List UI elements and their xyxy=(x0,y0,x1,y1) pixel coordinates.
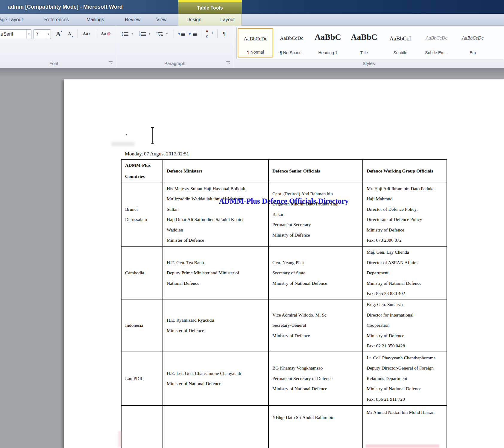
grow-font-button[interactable]: A▲ xyxy=(54,29,65,39)
context-tab-layout[interactable]: Layout xyxy=(220,14,235,26)
decrease-indent-button[interactable]: ◀ xyxy=(177,29,187,39)
multilevel-list-icon xyxy=(157,32,163,36)
cell-line: Relations Department xyxy=(367,373,444,384)
highlighted-text-fragment xyxy=(366,444,439,448)
cell-line: Begawan Mudim Dato Paduka Haji xyxy=(272,199,360,209)
chevron-down-icon: ▾ xyxy=(131,32,133,35)
style-nospacing[interactable]: AaBbCcDc¶ No Spaci... xyxy=(274,28,309,57)
style-title[interactable]: AaBbCTitle xyxy=(346,28,382,57)
cell-line: Ministry of Defence xyxy=(272,230,360,240)
cell-line: Fax: 673 2386 872 xyxy=(367,235,444,246)
numbering-button[interactable] xyxy=(138,29,147,39)
style-heading1[interactable]: AaBbCHeading 1 xyxy=(310,28,346,57)
table-tools-stripe xyxy=(178,0,242,2)
cell-line: Permanent Secretary of Defence xyxy=(272,373,360,384)
cell-line: His Majesty Sultan Haji Hassanal Bolkiah xyxy=(167,184,266,194)
cell-line: Director for International xyxy=(367,310,444,320)
shrink-font-icon: A xyxy=(68,31,71,37)
style-label: Em xyxy=(470,50,476,55)
cell-line: Director of Defence Policy, xyxy=(367,204,444,215)
ribbon-tab-mailings[interactable]: Mailings xyxy=(86,14,104,26)
senior-cell: Capt. (Retired) Abd Rahman binBegawan Mu… xyxy=(268,182,363,247)
chevron-down-icon[interactable]: ▾ xyxy=(46,30,51,39)
cell-line: Deputy Prime Minister and Minister of xyxy=(167,268,266,278)
pilcrow-icon: ¶ xyxy=(223,31,226,37)
font-name-combo[interactable]: uSerif ▾ xyxy=(0,29,31,39)
cell-line: Ministry of National Defence xyxy=(367,278,444,289)
divider xyxy=(174,29,174,38)
cell-line: H.E. Gen. Tea Banh xyxy=(167,258,266,268)
eraser-icon xyxy=(107,32,111,36)
numbered-list-icon xyxy=(139,32,146,36)
document-date-line: Monday, 07 August 2017 02:51 xyxy=(125,151,189,157)
clear-formatting-button[interactable]: Aa xyxy=(99,29,113,39)
font-dialog-launcher[interactable]: ↘ xyxy=(109,61,113,65)
cell-line: Lt. Col. Phavyvanh Chanthaphomma xyxy=(367,353,444,363)
ribbon-tab-view[interactable]: View xyxy=(156,14,166,26)
style-label: Title xyxy=(360,50,368,55)
cell-line: Gen. Neang Phat xyxy=(272,258,360,268)
cell-line: Mu’izzaddin Waddaulah ibni Al-Marhum xyxy=(167,194,266,204)
cell-line: Minister of Defence xyxy=(167,326,266,336)
country-cell: Cambodia xyxy=(121,247,163,299)
country-cell: BruneiDarussalam xyxy=(121,182,163,247)
multilevel-list-button[interactable] xyxy=(155,29,165,39)
style-label: Subtle Em... xyxy=(425,50,448,55)
style-emphasis[interactable]: AaBbCcDcEm xyxy=(455,28,491,57)
ribbon-tab-age-layout[interactable]: age Layout xyxy=(0,14,23,26)
table-row: YBhg. Dato Sri Abdul Rahim binMr Ahmad N… xyxy=(121,405,447,448)
decrease-indent-icon: ◀ xyxy=(178,32,186,36)
context-tab-design[interactable]: Design xyxy=(186,14,201,26)
cell-line: Brig. Gen. Sunaryo xyxy=(367,299,444,310)
numbering-dropdown[interactable]: ▾ xyxy=(147,29,151,39)
style-label: ¶ No Spaci... xyxy=(280,50,304,55)
cell-line: Cambodia xyxy=(125,268,160,278)
senior-cell: YBhg. Dato Sri Abdul Rahim bin xyxy=(268,405,363,448)
column-header: Defence Working Group Officials xyxy=(363,159,447,182)
styles-group: AaBbCcDc¶ NormalAaBbCcDc¶ No Spaci...AaB… xyxy=(233,26,504,68)
cell-line: Permanent Secretary xyxy=(272,220,360,230)
style-subtitle[interactable]: AaBbCcISubtitle xyxy=(382,28,418,57)
header-line: Defence Senior Officials xyxy=(272,165,360,176)
paragraph-dialog-launcher[interactable]: ↘ xyxy=(226,61,230,65)
chevron-down-icon[interactable]: ▾ xyxy=(26,30,31,39)
style-preview-text: AaBbCcDc xyxy=(419,35,454,41)
style-preview-text: AaBbCcDc xyxy=(455,35,491,41)
header-line: Countries xyxy=(125,171,160,182)
style-normal[interactable]: AaBbCcDc¶ Normal xyxy=(238,28,273,57)
bullets-dropdown[interactable]: ▾ xyxy=(130,29,134,39)
font-size-combo[interactable]: 7 ▾ xyxy=(34,29,51,39)
font-group: uSerif ▾ 7 ▾ A▲ A▼ Aa▾ Aa I U ▾ abe xyxy=(0,26,116,68)
divider xyxy=(77,29,78,38)
cell-line: Indonesia xyxy=(125,320,160,331)
change-case-button[interactable]: Aa▾ xyxy=(80,29,93,39)
style-preview-text: AaBbCcDc xyxy=(274,35,309,41)
cell-line: BG Khamsy Vongkhamsao xyxy=(272,363,360,373)
cell-line: Maj. Gen. Lay Chenda xyxy=(367,247,444,258)
cell-line: Vice Admiral Widodo, M. Sc xyxy=(272,310,360,320)
show-marks-button[interactable]: ¶ xyxy=(220,29,229,39)
font-group-label: Font xyxy=(0,61,108,66)
sort-button[interactable]: A Z ↓ xyxy=(204,29,215,39)
cell-line: Ministry of National Defence xyxy=(367,384,444,394)
column-header: ADMM-PlusCountries xyxy=(121,159,163,182)
cell-line: Darussalam xyxy=(125,214,160,225)
cell-line: Ministry of Defence xyxy=(272,331,360,341)
clear-formatting-icon: Aa xyxy=(101,31,106,37)
ministers-cell: H.E. Ryamizard RyacuduMinister of Defenc… xyxy=(163,299,268,352)
styles-group-label: Styles xyxy=(233,61,504,66)
increase-indent-icon: ▶ xyxy=(189,32,197,36)
shrink-font-button[interactable]: A▼ xyxy=(66,29,75,39)
bullets-button[interactable] xyxy=(120,29,130,39)
increase-indent-button[interactable]: ▶ xyxy=(188,29,198,39)
ribbon-tab-references[interactable]: References xyxy=(44,14,69,26)
ribbon-tab-review[interactable]: Review xyxy=(125,14,140,26)
style-label: Heading 1 xyxy=(318,50,338,55)
cell-line: Fax: 856 21 911 728 xyxy=(367,394,444,405)
multilevel-dropdown[interactable]: ▾ xyxy=(165,29,168,39)
cell-line: Haji Omar Ali Saifuddien Sa’adul Khairi xyxy=(167,214,266,225)
up-triangle-icon: ▲ xyxy=(60,30,63,32)
style-preview-text: AaBbCcDc xyxy=(238,36,273,42)
style-subtleem[interactable]: AaBbCcDcSubtle Em... xyxy=(419,28,454,57)
working-cell: Maj. Gen. Lay ChendaDirector of ASEAN Af… xyxy=(363,247,447,299)
